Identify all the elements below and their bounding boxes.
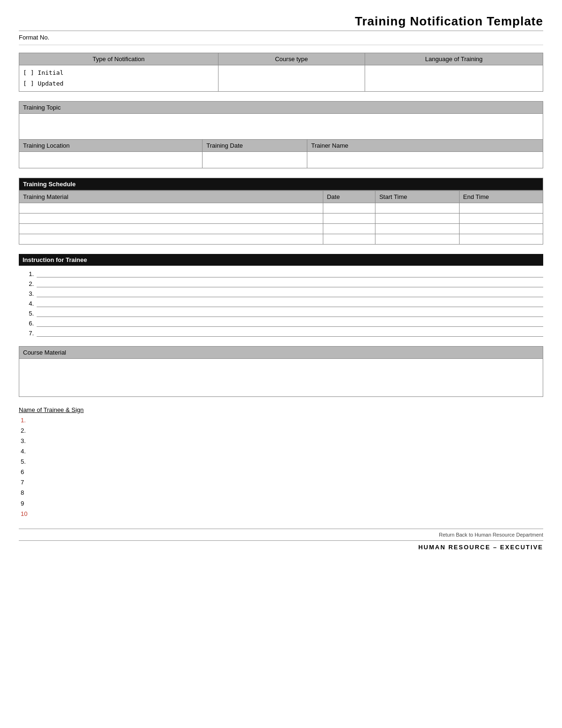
material-row2[interactable] [19, 213, 323, 223]
schedule-table: Training Material Date Start Time End Ti… [19, 190, 543, 245]
trainee-list: 1. 2. 3. 4. 5. 6 7 8 9 10 [19, 415, 543, 519]
trainee-item-1: 1. [21, 415, 543, 426]
training-location-value[interactable] [19, 151, 203, 168]
footer-label: HUMAN RESOURCE – EXECUTIVE [19, 544, 543, 551]
instruction-item-7: 7. [23, 330, 543, 337]
material-row3[interactable] [19, 223, 323, 234]
language-value[interactable] [365, 65, 543, 92]
trainee-section: Name of Trainee & Sign 1. 2. 3. 4. 5. 6 … [19, 406, 543, 519]
date-row2[interactable] [323, 213, 375, 223]
trainee-title: Name of Trainee & Sign [19, 406, 543, 413]
course-material-body[interactable] [19, 359, 543, 396]
training-date-value[interactable] [203, 151, 307, 168]
trainee-item-3: 3. [21, 436, 543, 446]
instruction-item-5: 5. [23, 310, 543, 317]
instruction-item-3: 3. [23, 290, 543, 297]
notification-type-header: Type of Notification [19, 53, 219, 65]
date-row1[interactable] [323, 203, 375, 213]
schedule-row [19, 213, 543, 223]
start-row3[interactable] [375, 223, 459, 234]
training-location-header: Training Location [19, 139, 203, 151]
trainer-name-value[interactable] [307, 151, 543, 168]
training-topic-table: Training Topic Training Location Trainin… [19, 101, 543, 168]
start-row4[interactable] [375, 234, 459, 244]
end-time-header: End Time [459, 190, 543, 203]
trainee-item-8: 8 [21, 488, 543, 498]
trainee-item-4: 4. [21, 446, 543, 457]
end-row2[interactable] [459, 213, 543, 223]
date-row4[interactable] [323, 234, 375, 244]
instruction-item-6: 6. [23, 320, 543, 327]
end-row3[interactable] [459, 223, 543, 234]
start-row2[interactable] [375, 213, 459, 223]
trainer-name-header: Trainer Name [307, 139, 543, 151]
return-note: Return Back to Human Resource Department [19, 529, 543, 538]
trainee-item-9: 9 [21, 499, 543, 509]
schedule-row [19, 234, 543, 244]
date-row3[interactable] [323, 223, 375, 234]
instruction-list: 1. 2. 3. 4. 5. 6. 7. [19, 270, 543, 337]
instruction-header: Instruction for Trainee [19, 254, 543, 266]
page-title: Training Notification Template [19, 14, 543, 31]
initial-checkbox-label: [ ] Initial [23, 67, 214, 78]
course-material-box: Course Material [19, 346, 543, 397]
material-row1[interactable] [19, 203, 323, 213]
format-no-label: Format No. [19, 34, 543, 45]
schedule-date-header: Date [323, 190, 375, 203]
course-type-value[interactable] [218, 65, 365, 92]
instruction-item-1: 1. [23, 270, 543, 277]
trainee-item-5: 5. [21, 457, 543, 467]
schedule-row [19, 203, 543, 213]
language-header: Language of Training [365, 53, 543, 65]
trainee-item-7: 7 [21, 477, 543, 488]
start-time-header: Start Time [375, 190, 459, 203]
schedule-row [19, 223, 543, 234]
material-row4[interactable] [19, 234, 323, 244]
end-row4[interactable] [459, 234, 543, 244]
footer-divider [19, 540, 543, 541]
course-material-header: Course Material [19, 347, 543, 359]
course-type-header: Course type [218, 53, 365, 65]
notification-checkboxes: [ ] Initial [ ] Updated [19, 65, 219, 92]
start-row1[interactable] [375, 203, 459, 213]
end-row1[interactable] [459, 203, 543, 213]
material-header: Training Material [19, 190, 323, 203]
updated-checkbox-label: [ ] Updated [23, 78, 214, 89]
trainee-item-10: 10 [21, 509, 543, 519]
instruction-item-4: 4. [23, 300, 543, 307]
top-info-table: Type of Notification Course type Languag… [19, 53, 543, 92]
training-topic-value[interactable] [19, 113, 543, 139]
training-topic-header: Training Topic [19, 101, 543, 113]
instruction-item-2: 2. [23, 280, 543, 287]
schedule-header: Training Schedule [19, 178, 543, 190]
trainee-item-2: 2. [21, 426, 543, 436]
trainee-item-6: 6 [21, 467, 543, 477]
training-date-header: Training Date [203, 139, 307, 151]
